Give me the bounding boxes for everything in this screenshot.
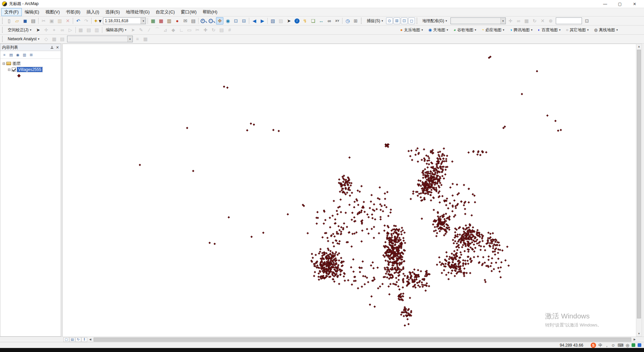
attribute-transfer-icon[interactable]: ▥ (93, 26, 101, 34)
time-slider-icon[interactable]: ◷ (344, 17, 351, 25)
endpoint-arc-icon[interactable]: ⌒ (154, 26, 161, 34)
menu-item-10[interactable]: 帮助(H) (200, 8, 220, 16)
edge-match-icon[interactable]: ▤ (85, 26, 93, 34)
zoom-out-icon[interactable]: − (208, 17, 215, 25)
menu-item-4[interactable]: 书签(B) (63, 8, 83, 16)
menu-item-6[interactable]: 选择(S) (103, 8, 122, 16)
network-directions-icon[interactable]: ▤ (59, 35, 66, 43)
fixed-zoom-out-icon[interactable]: ⊟ (240, 17, 248, 25)
map-area[interactable]: 激活 Windows 转到“设置”以激活 Windows。 (63, 44, 636, 337)
paste-icon[interactable]: ▥ (56, 17, 63, 25)
minimize-button[interactable]: — (598, 0, 612, 8)
full-extent-icon[interactable]: ◉ (224, 17, 231, 25)
hyperlink-icon[interactable]: ↯ (301, 17, 309, 25)
reshape-icon[interactable]: ▭ (186, 26, 193, 34)
go-to-xy-icon[interactable]: XY (333, 17, 341, 25)
cut-polygons-icon[interactable]: ✂ (194, 26, 201, 34)
save-icon[interactable]: ◼ (21, 17, 29, 25)
tencent-maps-dropdown[interactable]: ◑腾讯地图▾ (507, 26, 535, 34)
network-analyst-dropdown[interactable]: Network Analyst▾ (5, 35, 42, 43)
scroll-up-icon[interactable]: ▲ (636, 44, 642, 49)
delete-icon[interactable]: ✕ (64, 17, 71, 25)
edit-annotation-icon[interactable]: ✎ (138, 26, 145, 34)
georef-links-icon[interactable]: ∞ (515, 17, 522, 25)
adjust-select-icon[interactable]: ➤ (35, 26, 42, 34)
ime-mode-icon[interactable]: 中 (598, 343, 602, 347)
layer-symbol-icon[interactable] (17, 74, 21, 77)
trace-icon[interactable]: ⊿ (162, 26, 169, 34)
new-document-icon[interactable]: ▯ (5, 17, 13, 25)
select-elements-icon[interactable]: ➤ (285, 17, 292, 25)
app-blue-icon[interactable] (638, 343, 641, 347)
multiple-links-icon[interactable]: ∞ (59, 26, 66, 34)
view-link-table-icon[interactable]: ▦ (77, 26, 85, 34)
data-view-button[interactable]: ▢ (63, 337, 69, 342)
mic-icon[interactable]: ◎ (626, 343, 629, 347)
html-popup-icon[interactable]: ❏ (309, 17, 317, 25)
list-by-selection-icon[interactable]: ▥ (21, 52, 28, 58)
zoom-in-icon[interactable]: + (200, 17, 207, 25)
map-horizontal-scrollbar[interactable]: ▢▤↻‖ ◀ ▶ (0, 337, 644, 342)
map-scale-combo[interactable]: 1:18,031,618▾ (103, 17, 146, 24)
snap-vertex-icon[interactable]: ⊡ (401, 17, 408, 24)
tianditu-dropdown[interactable]: ◉天地图▾ (426, 26, 450, 34)
clear-selection-icon[interactable]: ▨ (277, 17, 284, 25)
layer-expander-icon[interactable]: ⊟ (8, 68, 10, 72)
split-icon[interactable]: ✚ (202, 26, 209, 34)
copy-icon[interactable]: ▣ (48, 17, 55, 25)
undo-icon[interactable]: ↶ (74, 17, 82, 25)
scroll-right-icon[interactable]: ▶ (632, 337, 637, 342)
editor-dropdown[interactable]: 编辑器(R)▾ (104, 26, 129, 34)
georeferencing-dropdown[interactable]: 地理配准(G)▾ (420, 17, 449, 25)
georef-rotation-input[interactable] (556, 17, 582, 24)
edit-toolbar-toggle-icon[interactable]: ▦ (149, 17, 157, 25)
pause-drawing-button[interactable]: ‖ (82, 337, 87, 342)
menu-item-2[interactable]: 编辑(E) (22, 8, 42, 16)
network-solve-icon[interactable]: ▦ (142, 35, 149, 43)
sketch-properties-icon[interactable]: # (226, 26, 233, 34)
network-window-icon[interactable]: ▦ (51, 35, 58, 43)
cut-icon[interactable]: ✂ (40, 17, 47, 25)
punctuation-icon[interactable]: ， (605, 343, 609, 347)
network-dataset-icon[interactable]: ◇ (43, 35, 50, 43)
layer-name[interactable]: Villages2555 (17, 67, 42, 72)
print-icon[interactable]: ▤ (30, 17, 37, 25)
georef-link-table-icon[interactable]: ▦ (523, 17, 530, 25)
snap-point-icon[interactable]: ⊙ (386, 17, 393, 24)
close-button[interactable]: ✕ (627, 0, 642, 8)
keyboard-icon[interactable]: ⌨ (618, 343, 623, 347)
mail-icon[interactable]: ✉ (181, 17, 189, 25)
refresh-view-button[interactable]: ↻ (75, 337, 81, 342)
python-window-icon[interactable]: ▤ (190, 17, 197, 25)
georef-delete-links-icon[interactable]: ✕ (539, 17, 546, 25)
google-maps-dropdown[interactable]: ◕谷歌地图▾ (451, 26, 479, 34)
bing-maps-dropdown[interactable]: ◔必应地图▾ (479, 26, 507, 34)
scroll-left-icon[interactable]: ◀ (88, 337, 93, 342)
straight-segment-icon[interactable]: ∕ (146, 26, 153, 34)
modify-link-icon[interactable]: ⌖ (51, 26, 58, 34)
pan-icon[interactable]: ✥ (216, 17, 223, 25)
find-icon[interactable]: ∞ (325, 17, 333, 25)
pin-icon[interactable] (50, 46, 54, 49)
edit-vertices-icon[interactable]: ∟ (178, 26, 185, 34)
spatial-adjustment-dropdown[interactable]: 空间校正(J)▾ (5, 26, 34, 34)
menu-item-7[interactable]: 地理处理(G) (123, 8, 152, 16)
forward-extent-icon[interactable]: ▶ (259, 17, 266, 25)
add-data-dropdown[interactable]: ✦▾ (93, 17, 102, 25)
point-tool-icon[interactable]: ◆ (170, 26, 177, 34)
network-build-icon[interactable]: ≡ (134, 35, 141, 43)
offline-maps-dropdown[interactable]: ◍离线地图▾ (592, 26, 620, 34)
fixed-zoom-in-icon[interactable]: ⊡ (232, 17, 239, 25)
rotate-tool-icon[interactable]: ↻ (210, 26, 217, 34)
measure-icon[interactable]: ↔ (317, 17, 325, 25)
georef-auto-icon[interactable]: ⊛ (547, 17, 554, 25)
search-window-icon[interactable]: ● (173, 17, 181, 25)
menu-item-5[interactable]: 插入(I) (84, 8, 102, 16)
adjust-preview-icon[interactable]: ▷ (67, 26, 74, 34)
scroll-down-icon[interactable]: ▼ (636, 331, 642, 336)
tailemap-dropdown[interactable]: ●太乐地图▾ (398, 26, 425, 34)
horizontal-scroll-thumb[interactable] (94, 338, 631, 342)
menu-item-8[interactable]: 自定义(C) (153, 8, 177, 16)
georef-transform-icon[interactable]: ✛ (507, 17, 514, 25)
edit-tool-icon[interactable]: ➤ (129, 26, 137, 34)
